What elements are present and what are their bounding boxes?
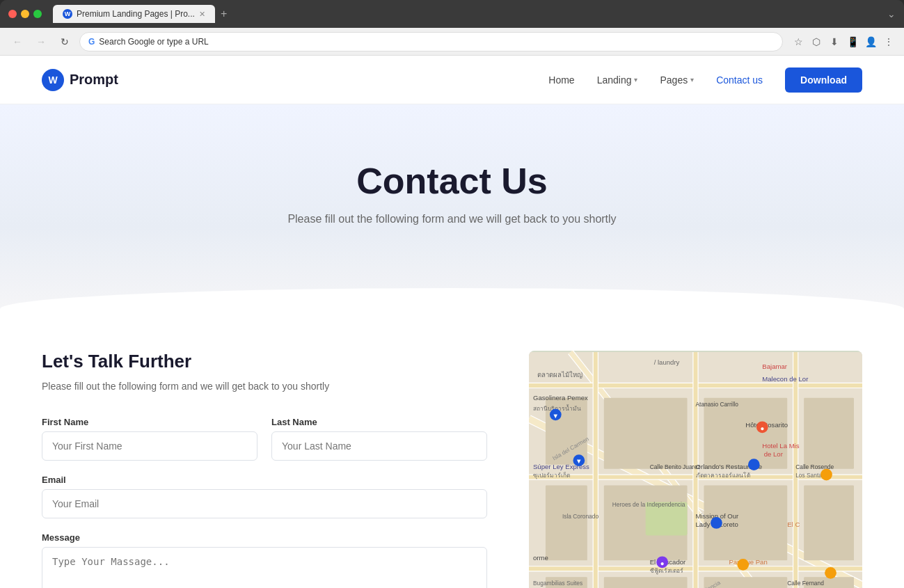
message-label: Message <box>42 532 487 543</box>
svg-rect-21 <box>704 398 787 469</box>
svg-text:▼: ▼ <box>576 457 582 465</box>
svg-rect-22 <box>804 398 854 469</box>
tab-favicon: W <box>63 9 72 19</box>
maximize-button[interactable] <box>33 10 42 18</box>
nav-home[interactable]: Home <box>548 74 574 86</box>
svg-text:ตลาดผลไม้ใหญ่: ตลาดผลไม้ใหญ่ <box>537 371 582 379</box>
svg-text:Isla Coronado: Isla Coronado <box>562 513 598 520</box>
email-group: Email <box>42 475 487 518</box>
browser-toolbar: ← → ↻ G Search Google or type a URL ☆ ⬡ … <box>0 28 904 56</box>
last-name-label: Last Name <box>271 417 487 427</box>
nav-pages[interactable]: Pages ▾ <box>660 74 694 86</box>
svg-text:/ laundry: / laundry <box>654 358 680 366</box>
svg-point-75 <box>748 459 760 470</box>
map-container[interactable]: ตลาดผลไม้ใหญ่ / laundry Bajamar Malecon … <box>529 351 862 588</box>
logo-text: Prompt <box>70 72 118 88</box>
svg-text:ซีฟู้ดเร้สเตอร์: ซีฟู้ดเร้สเตอร์ <box>650 567 683 575</box>
svg-rect-18 <box>604 398 688 469</box>
nav-contact[interactable]: Contact us <box>716 74 763 86</box>
download-icon[interactable]: ⬇ <box>827 35 841 49</box>
svg-rect-80 <box>820 469 832 481</box>
page-content: W Prompt Home Landing ▾ Pages ▾ Contact … <box>0 56 904 588</box>
svg-rect-26 <box>604 577 688 588</box>
address-text: Search Google or type a URL <box>99 37 208 47</box>
first-name-input[interactable] <box>42 431 257 461</box>
svg-text:Malecon de Lor: Malecon de Lor <box>762 375 809 383</box>
download-button[interactable]: Download <box>785 67 862 93</box>
content-section: Let's Talk Further Please fill out the f… <box>0 309 904 588</box>
logo-icon: W <box>42 69 64 91</box>
form-side: Let's Talk Further Please fill out the f… <box>42 351 487 588</box>
svg-text:Atanasio Carrillo: Atanasio Carrillo <box>696 401 739 408</box>
svg-rect-79 <box>737 559 749 571</box>
svg-text:de Lor: de Lor <box>764 450 784 458</box>
svg-text:El C: El C <box>787 521 800 528</box>
tab-bar: W Premium Landing Pages | Pro... ✕ + <box>53 5 230 23</box>
last-name-group: Last Name <box>271 417 487 461</box>
active-tab[interactable]: W Premium Landing Pages | Pro... ✕ <box>53 5 215 23</box>
first-name-group: First Name <box>42 417 257 461</box>
svg-text:▼: ▼ <box>553 412 559 420</box>
profile-icon[interactable]: 👤 <box>864 35 878 49</box>
hero-section: Contact Us Please fill out the following… <box>0 104 904 309</box>
pages-chevron: ▾ <box>690 76 694 84</box>
message-group: Message <box>42 532 487 588</box>
svg-rect-20 <box>546 486 587 561</box>
email-input[interactable] <box>42 489 487 518</box>
google-icon: G <box>88 37 95 47</box>
hero-subtitle: Please fill out the following form and w… <box>42 213 862 225</box>
svg-text:Calle Benito Juarez: Calle Benito Juarez <box>650 463 701 470</box>
svg-text:ภัตตาคารออร์แลนโด้: ภัตตาคารออร์แลนโด้ <box>696 472 750 479</box>
last-name-input[interactable] <box>271 431 487 461</box>
new-tab-button[interactable]: + <box>218 8 230 20</box>
settings-icon[interactable]: ☆ <box>791 35 805 49</box>
map-svg: ตลาดผลไม้ใหญ่ / laundry Bajamar Malecon … <box>529 351 862 588</box>
form-description: Please fill out the following form and w… <box>42 381 487 392</box>
svg-text:Bugambilias Suites: Bugambilias Suites <box>533 580 582 587</box>
back-button[interactable]: ← <box>8 33 26 51</box>
message-textarea[interactable] <box>42 547 487 588</box>
svg-text:Los Santa: Los Santa <box>795 472 822 479</box>
svg-rect-24 <box>804 486 854 561</box>
svg-text:●: ● <box>760 424 764 432</box>
first-name-label: First Name <box>42 417 257 427</box>
hero-title: Contact Us <box>42 160 862 202</box>
tab-close-button[interactable]: ✕ <box>199 10 205 19</box>
reload-button[interactable]: ↻ <box>56 33 74 51</box>
phone-icon[interactable]: 📱 <box>846 35 859 49</box>
toolbar-actions: ☆ ⬡ ⬇ 📱 👤 ⋮ <box>791 35 896 49</box>
nav-landing[interactable]: Landing ▾ <box>597 74 638 86</box>
window-controls: ⌄ <box>887 8 896 20</box>
map-side: ตลาดผลไม้ใหญ่ / laundry Bajamar Malecon … <box>529 351 862 588</box>
name-row: First Name Last Name <box>42 417 487 461</box>
tab-title: Premium Landing Pages | Pro... <box>77 9 195 19</box>
svg-text:Heroes de la Independencia: Heroes de la Independencia <box>612 501 685 508</box>
svg-text:Bajamar: Bajamar <box>762 363 787 370</box>
traffic-lights <box>8 10 42 18</box>
menu-icon[interactable]: ⋮ <box>882 35 896 49</box>
logo[interactable]: W Prompt <box>42 69 118 91</box>
form-title: Let's Talk Further <box>42 351 487 372</box>
svg-rect-81 <box>825 567 836 579</box>
svg-text:●: ● <box>660 559 665 567</box>
address-bar[interactable]: G Search Google or type a URL <box>79 32 783 51</box>
svg-text:Calle Fernand: Calle Fernand <box>787 580 824 587</box>
nav-links: Home Landing ▾ Pages ▾ Contact us Downlo… <box>548 67 862 93</box>
navbar: W Prompt Home Landing ▾ Pages ▾ Contact … <box>0 56 904 104</box>
svg-text:orme: orme <box>533 554 548 562</box>
browser-titlebar: W Premium Landing Pages | Pro... ✕ + ⌄ <box>0 0 904 28</box>
email-label: Email <box>42 475 487 485</box>
svg-point-83 <box>711 517 722 529</box>
svg-text:ซุเปอร์มาร์เก็ต: ซุเปอร์มาร์เก็ต <box>533 472 570 479</box>
forward-button[interactable]: → <box>32 33 50 51</box>
svg-text:Hotel La Mis: Hotel La Mis <box>762 442 799 450</box>
minimize-button[interactable] <box>21 10 29 18</box>
landing-chevron: ▾ <box>634 76 637 84</box>
svg-text:Gasolinera Pemex: Gasolinera Pemex <box>533 394 588 402</box>
extensions-icon[interactable]: ⬡ <box>809 35 823 49</box>
close-button[interactable] <box>8 10 17 18</box>
